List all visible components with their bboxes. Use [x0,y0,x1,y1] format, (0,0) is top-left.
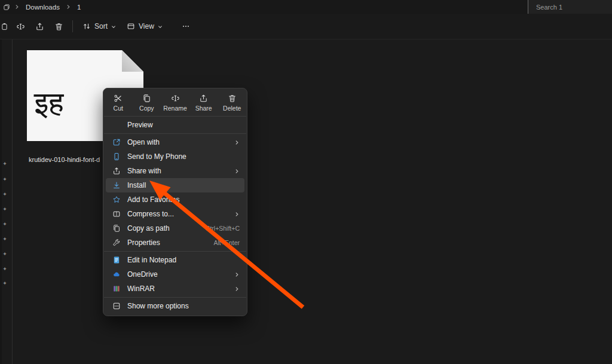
wrench-icon [112,238,121,247]
copy-icon [142,94,151,103]
share-button[interactable] [30,17,49,35]
search-input[interactable] [536,4,602,11]
menu-item-add-to-favorites[interactable]: Add to Favorites [103,192,247,207]
menu-item-label: Send to My Phone [127,152,240,161]
nav-pinned-item-icon[interactable] [1,191,8,198]
command-toolbar: Sort View [0,14,612,39]
notepad-icon [112,256,121,265]
breadcrumb-item-downloads[interactable]: Downloads [24,3,62,11]
explorer-icon [3,4,10,11]
chevron-right-icon [14,4,20,10]
copy-button[interactable]: Copy [135,92,159,113]
see-more-button[interactable] [176,17,195,35]
view-button[interactable]: View [121,19,168,34]
menu-item-properties[interactable]: Properties Alt+Enter [103,235,247,250]
delete-button[interactable]: Delete [220,92,244,113]
title-bar: Downloads 1 [0,0,612,14]
menu-item-open-with[interactable]: Open with [103,135,247,149]
navigation-pane [2,39,13,364]
menu-item-label: Copy as path [127,224,201,233]
menu-item-label: Add to Favorites [127,195,240,204]
chevron-right-icon [234,212,240,217]
menu-item-install[interactable]: Install [106,178,244,192]
nav-pinned-item-icon[interactable] [1,206,8,213]
winrar-books-icon [112,285,121,293]
context-menu: Cut Copy Rename [103,88,247,316]
chevron-down-icon [111,25,116,29]
menu-item-label: Properties [127,238,209,247]
nav-pinned-item-icon[interactable] [1,176,8,183]
view-icon [127,22,135,30]
share-icon [112,167,121,176]
toolbar-separator [72,20,73,32]
sort-icon [82,22,91,30]
view-label: View [139,22,154,30]
menu-item-copy-as-path[interactable]: Copy as path Ctrl+Shift+C [103,221,247,235]
nav-pinned-item-icon[interactable] [1,221,8,228]
nav-pinned-item-icon[interactable] [1,250,8,258]
more-ellipsis-icon [182,22,190,30]
rename-icon [16,22,25,31]
open-with-icon [112,138,121,147]
rename-button[interactable] [11,17,30,35]
share-button[interactable]: Share [192,92,216,113]
delete-icon [228,94,237,103]
menu-item-label: Open with [127,138,230,146]
quick-actions-row: Cut Copy Rename [103,88,247,115]
nav-pinned-item-icon[interactable] [1,265,8,273]
menu-item-shortcut: Alt+Enter [214,239,240,246]
menu-separator [104,251,246,252]
menu-item-label: Compress to... [127,210,230,218]
chevron-right-icon [234,272,240,277]
search-box[interactable] [528,0,612,14]
menu-separator [104,116,246,117]
menu-item-label: OneDrive [127,270,230,279]
chevron-right-icon [234,169,240,174]
chevron-right-icon [234,140,240,145]
sort-button[interactable]: Sort [77,19,121,34]
menu-item-label: Install [127,181,240,189]
chevron-right-icon [66,4,71,10]
menu-item-share-with[interactable]: Share with [103,164,247,178]
cut-button[interactable]: Cut [106,92,130,113]
phone-icon [112,152,121,161]
blank-icon-slot [112,121,121,130]
chevron-right-icon [234,286,240,292]
install-download-icon [112,181,121,190]
share-icon [35,22,44,31]
sort-label: Sort [94,22,108,30]
menu-item-winrar[interactable]: WinRAR [103,282,247,296]
nav-pinned-item-icon[interactable] [1,160,8,167]
paste-icon [1,23,8,30]
breadcrumb-item-current-folder[interactable]: 1 [75,3,82,11]
zip-archive-icon [112,210,121,219]
nav-pinned-item-icon[interactable] [1,280,8,287]
menu-item-edit-in-notepad[interactable]: Edit in Notepad [103,253,247,267]
cut-label: Cut [114,105,123,112]
rename-button[interactable]: Rename [163,92,187,113]
menu-item-compress-to[interactable]: Compress to... [103,207,247,221]
share-label: Share [195,105,212,112]
rename-icon [171,94,180,103]
copy-path-icon [112,224,121,233]
show-more-options-icon [112,302,121,311]
copy-label: Copy [139,105,154,112]
page-fold-corner [122,50,143,72]
menu-item-show-more-options[interactable]: Show more options [103,299,247,313]
menu-item-label: WinRAR [127,285,230,293]
nav-pinned-item-icon[interactable] [1,235,8,243]
breadcrumb: Downloads 1 [0,3,82,11]
cut-icon [114,94,123,103]
menu-separator [104,133,246,134]
menu-item-onedrive[interactable]: OneDrive [103,267,247,282]
menu-item-preview[interactable]: Preview [103,118,247,132]
rename-label: Rename [163,105,187,112]
file-explorer-window: Downloads 1 [0,0,612,364]
delete-button[interactable] [49,17,68,35]
menu-separator [104,297,246,298]
menu-item-label: Show more options [127,302,240,310]
paste-button[interactable] [0,17,11,35]
menu-item-send-to-my-phone[interactable]: Send to My Phone [103,149,247,164]
menu-item-shortcut: Ctrl+Shift+C [206,225,240,232]
star-icon [112,195,121,204]
